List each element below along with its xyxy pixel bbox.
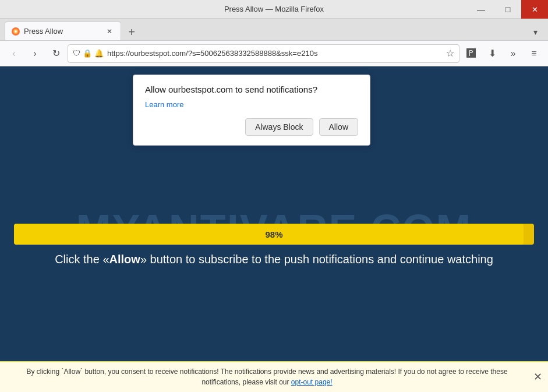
download-button[interactable]: ⬇ xyxy=(483,44,501,63)
popup-buttons: Always Block Allow xyxy=(145,118,358,136)
window-title: Press Allow — Mozilla Firefox xyxy=(224,5,324,13)
url-display: https://ourbestspot.com/?s=5006256383325… xyxy=(107,49,443,58)
page-content: MYANTIVARE.COM Allow ourbestspot.com to … xyxy=(0,66,548,392)
tab-list-button[interactable]: ▾ xyxy=(527,24,543,40)
tab-title: Press Allow xyxy=(24,27,101,36)
notification-icon: 🔔 xyxy=(94,49,104,58)
cta-text-before: Click the « xyxy=(55,253,109,266)
download-icon: ⬇ xyxy=(489,48,496,59)
progress-text: 98% xyxy=(265,229,282,239)
new-tab-button[interactable]: + xyxy=(123,24,140,40)
bottom-banner: By clicking `Allow` button, you consent … xyxy=(0,361,548,392)
browser-window: Press Allow — Mozilla Firefox Press Allo… xyxy=(0,0,548,392)
tab-bar: Press Allow ✕ + ▾ xyxy=(0,19,548,41)
cta-text: Click the «Allow» button to subscribe to… xyxy=(0,253,548,266)
bookmark-icon[interactable]: ☆ xyxy=(446,48,454,59)
minimize-button[interactable] xyxy=(468,0,494,19)
allow-button[interactable]: Allow xyxy=(319,118,358,136)
tab-close-button[interactable]: ✕ xyxy=(104,26,115,37)
banner-text: By clicking `Allow` button, you consent … xyxy=(26,368,507,386)
notification-popup: Allow ourbestspot.com to send notificati… xyxy=(133,75,370,146)
shield-icon: 🛡 xyxy=(73,49,80,58)
reload-icon: ↻ xyxy=(52,48,60,59)
svg-point-2 xyxy=(15,30,17,33)
nav-bar: ‹ › ↻ 🛡 🔒 🔔 https://ourbestspot.com/?s=5… xyxy=(0,41,548,66)
forward-icon: › xyxy=(33,48,36,59)
banner-text-before: By clicking `Allow` button, you consent … xyxy=(26,368,507,386)
forward-button[interactable]: › xyxy=(26,44,44,63)
tab-favicon xyxy=(11,27,20,36)
close-button[interactable] xyxy=(521,0,548,19)
back-button[interactable]: ‹ xyxy=(5,44,23,63)
opt-out-link[interactable]: opt-out page! xyxy=(291,378,333,386)
maximize-icon xyxy=(505,5,510,14)
active-tab[interactable]: Press Allow ✕ xyxy=(5,22,121,40)
always-block-button[interactable]: Always Block xyxy=(245,118,313,136)
title-bar: Press Allow — Mozilla Firefox xyxy=(0,0,548,19)
minimize-icon xyxy=(477,5,485,14)
cta-text-after: » button to subscribe to the push notifi… xyxy=(140,253,493,266)
progress-bar-background: 98% xyxy=(14,224,534,245)
popup-title: Allow ourbestspot.com to send notificati… xyxy=(145,84,358,94)
address-icons: 🛡 🔒 🔔 xyxy=(73,49,104,58)
pocket-button[interactable]: 🅿 xyxy=(462,44,480,63)
more-tools-button[interactable]: » xyxy=(504,44,522,63)
menu-button[interactable]: ≡ xyxy=(525,44,543,63)
pocket-icon: 🅿 xyxy=(466,48,476,59)
progress-container: 98% xyxy=(14,224,534,245)
banner-close-button[interactable]: ✕ xyxy=(533,370,542,383)
menu-icon: ≡ xyxy=(531,48,536,59)
learn-more-link[interactable]: Learn more xyxy=(145,100,183,109)
window-controls xyxy=(468,0,548,19)
lock-icon: 🔒 xyxy=(83,49,92,58)
reload-button[interactable]: ↻ xyxy=(47,44,65,63)
more-tools-icon: » xyxy=(511,48,516,59)
back-icon: ‹ xyxy=(12,48,15,59)
nav-right-buttons: 🅿 ⬇ » ≡ xyxy=(462,44,543,63)
close-icon xyxy=(532,5,538,14)
cta-allow-word: Allow xyxy=(109,253,140,266)
address-bar[interactable]: 🛡 🔒 🔔 https://ourbestspot.com/?s=5006256… xyxy=(68,44,459,63)
maximize-button[interactable] xyxy=(494,0,521,19)
